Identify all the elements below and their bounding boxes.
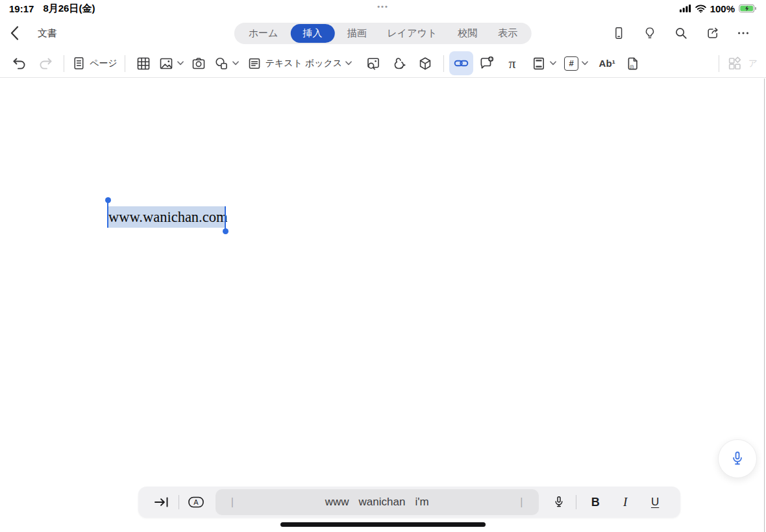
status-time: 19:17 [9, 3, 34, 14]
camera-button[interactable] [186, 51, 212, 77]
tab-home[interactable]: ホーム [238, 23, 289, 44]
mobile-view-button[interactable] [606, 21, 631, 45]
prediction-candidates-field[interactable]: | www wanichan i'm | [216, 489, 539, 515]
ellipsis-icon [736, 26, 750, 40]
chevron-down-icon [550, 61, 556, 66]
picture-icon [158, 56, 174, 71]
tab-layout[interactable]: レイアウト [377, 23, 447, 44]
redo-icon [38, 56, 53, 71]
toolbar-divider [64, 55, 64, 72]
shapes-button[interactable] [212, 51, 241, 77]
camera-icon [191, 56, 206, 71]
chevron-down-icon [232, 61, 239, 66]
microphone-icon [729, 450, 746, 467]
comment-add-icon [478, 55, 495, 71]
document-title[interactable]: 文書 [38, 27, 57, 40]
undo-button[interactable] [6, 51, 32, 77]
input-mode-button[interactable]: A [183, 489, 209, 515]
text-box-label: テキスト ボックス [266, 58, 343, 69]
3d-cube-icon [417, 56, 433, 71]
back-button[interactable] [10, 21, 30, 45]
insert-ribbon-toolbar: ページ [0, 49, 766, 78]
mobile-view-icon [612, 26, 626, 40]
letter-a-box-icon: A [186, 494, 206, 510]
page-number-button[interactable]: # [562, 51, 590, 77]
add-ins-button[interactable]: ア [724, 51, 760, 77]
selection-handle-start[interactable] [107, 202, 108, 228]
pictures-button[interactable] [156, 51, 186, 77]
page-button[interactable]: ページ [69, 51, 119, 77]
equation-button[interactable]: π [499, 51, 525, 77]
bold-button[interactable]: B [580, 489, 610, 515]
lightbulb-icon [643, 26, 657, 40]
page-edge-line [764, 79, 765, 532]
toolbar-divider [125, 55, 125, 72]
toolbar-divider [719, 55, 719, 72]
battery-percent: 100% [710, 3, 735, 14]
page-number-icon: # [564, 56, 578, 71]
icons-button[interactable] [386, 51, 412, 77]
candidate-3[interactable]: i'm [415, 496, 428, 509]
link-button[interactable] [449, 51, 473, 75]
home-indicator[interactable] [280, 522, 486, 527]
add-ins-icon [726, 55, 743, 71]
status-bar: 19:17 8月26日(金) ••• 100% [0, 0, 766, 17]
selection-handle-start-dot[interactable] [105, 197, 111, 203]
toolbar-divider [443, 55, 444, 72]
underline-button[interactable]: U [640, 489, 670, 515]
italic-label: I [623, 495, 627, 509]
chevron-down-icon [177, 61, 184, 66]
status-date: 8月26日(金) [43, 3, 95, 15]
page-button-label: ページ [90, 58, 117, 69]
share-icon [705, 26, 720, 41]
duck-icon [391, 56, 407, 71]
table-button[interactable] [130, 51, 156, 77]
table-icon [136, 56, 151, 71]
tab-view[interactable]: 表示 [488, 23, 528, 44]
undo-icon [12, 56, 27, 71]
keyboard-dictation-button[interactable] [547, 489, 573, 515]
header-footer-button[interactable] [529, 51, 558, 77]
bold-label: B [591, 496, 600, 509]
search-button[interactable] [669, 21, 693, 45]
selection-handle-end-dot[interactable] [223, 228, 229, 234]
kb-divider [179, 495, 179, 509]
svg-text:A: A [193, 498, 199, 506]
header-footer-icon [531, 56, 547, 71]
ideas-button[interactable] [637, 21, 662, 45]
page-icon [71, 56, 86, 71]
text-box-icon [247, 56, 262, 71]
more-options-button[interactable] [731, 21, 756, 45]
tab-key-button[interactable] [149, 489, 175, 515]
search-icon [674, 26, 688, 40]
candidate-2[interactable]: wanichan [359, 496, 406, 509]
tab-insert[interactable]: 挿入 [290, 24, 334, 43]
document-info-button[interactable]: (i) [620, 51, 646, 77]
new-comment-button[interactable] [473, 51, 499, 77]
link-icon [453, 55, 469, 71]
add-ins-partial-label: ア [748, 58, 758, 69]
svg-text:(i): (i) [630, 64, 634, 69]
footnote-button[interactable]: Ab¹ [594, 51, 620, 77]
tab-draw[interactable]: 描画 [336, 23, 377, 44]
multitask-dots-icon[interactable]: ••• [377, 3, 389, 10]
online-pictures-button[interactable] [360, 51, 386, 77]
candidate-1[interactable]: www [325, 496, 349, 509]
keyboard-accessory-bar: A | www wanichan i'm | B I U [138, 487, 680, 518]
chevron-down-icon [345, 61, 352, 66]
tab-review[interactable]: 校閲 [447, 23, 488, 44]
3d-models-button[interactable] [412, 51, 438, 77]
microphone-icon [552, 495, 566, 509]
pi-icon: π [509, 56, 516, 71]
selected-text[interactable]: www.wanichan.com [108, 208, 227, 227]
tab-key-icon [153, 494, 170, 510]
wifi-icon [695, 5, 706, 13]
online-pictures-icon [365, 56, 381, 71]
share-button[interactable] [700, 21, 724, 45]
redo-button[interactable] [32, 51, 58, 77]
document-canvas[interactable]: www.wanichan.com [0, 79, 766, 532]
italic-button[interactable]: I [610, 489, 640, 515]
chevron-down-icon [582, 61, 588, 66]
dictation-fab-button[interactable] [718, 439, 757, 478]
text-box-button[interactable]: テキスト ボックス [245, 51, 354, 77]
